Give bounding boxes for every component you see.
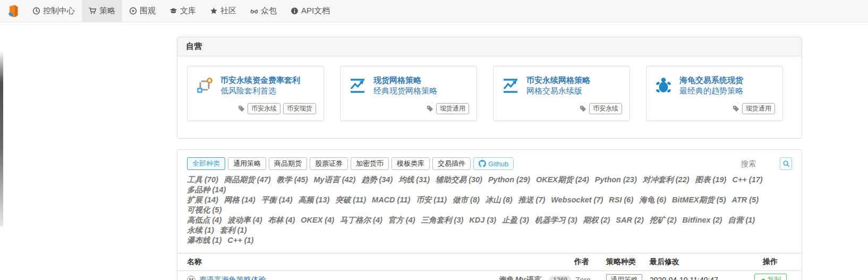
card-subtitle: 最经典的趋势策略	[679, 86, 743, 96]
filter-button[interactable]: 全部种类	[187, 157, 225, 170]
nav-item[interactable]: 社区	[203, 0, 243, 22]
card-tag-chip: 现货通用	[742, 103, 775, 114]
tag-cloud-item[interactable]: Bitfinex (2)	[682, 216, 722, 224]
tag-cloud-item[interactable]: Python (23)	[595, 175, 637, 184]
tag-cloud-item[interactable]: 推送 (7)	[518, 196, 546, 204]
nav-item[interactable]: 文库	[163, 0, 203, 22]
tag-cloud-item[interactable]: 冰山 (8)	[486, 196, 513, 204]
tag-cloud-item[interactable]: 官方 (4)	[388, 216, 415, 224]
filter-button[interactable]: Github	[473, 157, 514, 170]
tag-cloud-item[interactable]: 多品种 (14)	[187, 185, 226, 194]
filter-button[interactable]: 商品期货	[269, 157, 307, 170]
col-author: 作者	[574, 257, 604, 267]
tag-cloud-item[interactable]: 永续 (1)	[187, 226, 214, 234]
copy-button[interactable]: 复制	[754, 274, 787, 280]
tag-cloud-line: 工具 (70)商品期货 (47)教学 (45)My语言 (42)趋势 (34)均…	[187, 175, 792, 195]
tag-cloud-item[interactable]: 挖矿 (2)	[650, 216, 677, 224]
tag-cloud-item[interactable]: 布林 (4)	[268, 216, 295, 224]
card-tag-chip: 现货通用	[436, 103, 469, 114]
tag-cloud-item[interactable]: OKEX期货 (24)	[536, 175, 589, 184]
tag-cloud-item[interactable]: 机器学习 (3)	[535, 216, 577, 224]
tag-cloud-item[interactable]: 海龟 (6)	[639, 196, 666, 204]
tag-cloud-item[interactable]: SAR (2)	[616, 216, 643, 224]
tag-icon	[427, 105, 433, 112]
left-edge-artifact	[0, 51, 3, 226]
tag-cloud-item[interactable]: RSI (6)	[609, 196, 633, 204]
tag-cloud-item[interactable]: KDJ (3)	[469, 216, 496, 224]
tag-cloud-item[interactable]: 期权 (2)	[583, 216, 610, 224]
tag-cloud-item[interactable]: 教学 (45)	[277, 175, 308, 184]
fmz-logo[interactable]	[6, 4, 20, 18]
nav-item[interactable]: 策略	[82, 0, 122, 22]
tag-cloud-item[interactable]: 图表 (19)	[695, 175, 727, 184]
crop-icon	[195, 76, 214, 95]
tag-cloud-item[interactable]: C++ (1)	[227, 236, 253, 244]
count-badge: 1269	[549, 276, 571, 280]
tag-cloud-item[interactable]: 辅助交易 (30)	[436, 175, 482, 184]
filter-button[interactable]: 通用策略	[228, 157, 266, 170]
tag-cloud-item[interactable]: MACD (11)	[372, 196, 410, 204]
tag-cloud-item[interactable]: BitMEX期货 (5)	[672, 196, 726, 204]
tag-cloud-item[interactable]: 波动率 (4)	[227, 216, 262, 224]
filter-label: 全部种类	[192, 159, 220, 168]
search-input[interactable]	[741, 159, 776, 168]
tag-cloud-item[interactable]: 自营 (1)	[728, 216, 755, 224]
tag-cloud-item[interactable]: ATR (5)	[732, 196, 759, 204]
glasses-icon	[250, 7, 258, 15]
tag-cloud-item[interactable]: 三角套利 (3)	[421, 216, 464, 224]
nav-item[interactable]: API文档	[284, 0, 337, 22]
strategy-card[interactable]: 现货网格策略 经典现货网格策略 现货通用	[340, 66, 477, 121]
tag-cloud-item[interactable]: 扩展 (14)	[187, 196, 218, 204]
filter-button[interactable]: 交易插件	[432, 157, 471, 170]
tag-cloud-line: 高低点 (4)波动率 (4)布林 (4)OKEX (4)马丁格尔 (4)官方 (…	[187, 215, 792, 235]
tag-cloud-item[interactable]: 高低点 (4)	[187, 216, 222, 224]
tag-cloud-item[interactable]: 瀑布线 (1)	[187, 236, 222, 244]
strategy-card[interactable]: 币安永续网格策略 网格交易永续版 币安永续	[493, 66, 630, 121]
tag-cloud-item[interactable]: 套利 (1)	[220, 226, 247, 234]
tag-cloud-item[interactable]: C++ (17)	[732, 175, 762, 184]
tag-cloud-item[interactable]: OKEX (4)	[301, 216, 334, 224]
strategy-card[interactable]: 海龟交易系统现货 最经典的趋势策略 现货通用	[646, 66, 783, 121]
tag-cloud-item[interactable]: 币安 (11)	[416, 196, 447, 204]
nav-item-label: 众包	[261, 6, 277, 16]
card-title: 现货网格策略	[373, 75, 437, 86]
card-tags: 币安永续币安现货	[195, 103, 316, 114]
github-icon	[479, 160, 486, 167]
card-tags: 现货通用	[348, 103, 469, 114]
nav-item-label: API文档	[301, 6, 330, 16]
filter-button[interactable]: 股票证券	[310, 157, 348, 170]
tag-cloud-item[interactable]: 工具 (70)	[187, 175, 218, 184]
category-filters: 全部种类通用策略商品期货股票证券加密货币模板类库交易插件Github	[187, 157, 516, 170]
tag-cloud-item[interactable]: 突破 (11)	[335, 196, 366, 204]
strategy-link[interactable]: 麦语言海龟策略体验	[199, 275, 266, 280]
nav-item[interactable]: 控制中心	[25, 0, 82, 22]
author: Zero	[574, 276, 604, 280]
strategy-card[interactable]: 币安永续资金费率套利 低风险套利首选 币安永续币安现货	[187, 66, 324, 121]
card-title: 币安永续网格策略	[526, 75, 590, 86]
card-tag-chip: 币安永续	[248, 103, 280, 114]
search-icon	[782, 160, 790, 167]
tag-cloud-item[interactable]: 均线 (31)	[398, 175, 430, 184]
tag-cloud-item[interactable]: 做市 (8)	[453, 196, 480, 204]
tag-cloud-item[interactable]: Websocket (7)	[551, 196, 603, 204]
tag-cloud-item[interactable]: My语言 (42)	[313, 175, 355, 184]
tag-cloud-item[interactable]: 商品期货 (47)	[224, 175, 271, 184]
type-cell: 通用策略	[604, 275, 645, 280]
tag-cloud-item[interactable]: Python (29)	[488, 175, 530, 184]
search-button[interactable]	[780, 157, 792, 170]
tag-cloud-item[interactable]: 网格 (14)	[224, 196, 256, 204]
filter-button[interactable]: 模板类库	[392, 157, 430, 170]
section-title: 自营	[177, 37, 802, 56]
tag-cloud-item[interactable]: 可视化 (5)	[187, 206, 222, 214]
tag-cloud-item[interactable]: 高频 (13)	[298, 196, 329, 204]
search-area	[741, 157, 792, 170]
filter-button[interactable]: 加密货币	[351, 157, 389, 170]
tag-cloud-item[interactable]: 马丁格尔 (4)	[340, 216, 382, 224]
nav-item[interactable]: 围观	[122, 0, 163, 22]
tag-cloud-item[interactable]: 平衡 (14)	[261, 196, 293, 204]
filter-label: 通用策略	[233, 159, 261, 168]
tag-cloud-item[interactable]: 趋势 (34)	[361, 175, 393, 184]
nav-item[interactable]: 众包	[243, 0, 284, 22]
tag-cloud-item[interactable]: 对冲套利 (22)	[643, 175, 690, 184]
tag-cloud-item[interactable]: 止盈 (3)	[502, 216, 529, 224]
